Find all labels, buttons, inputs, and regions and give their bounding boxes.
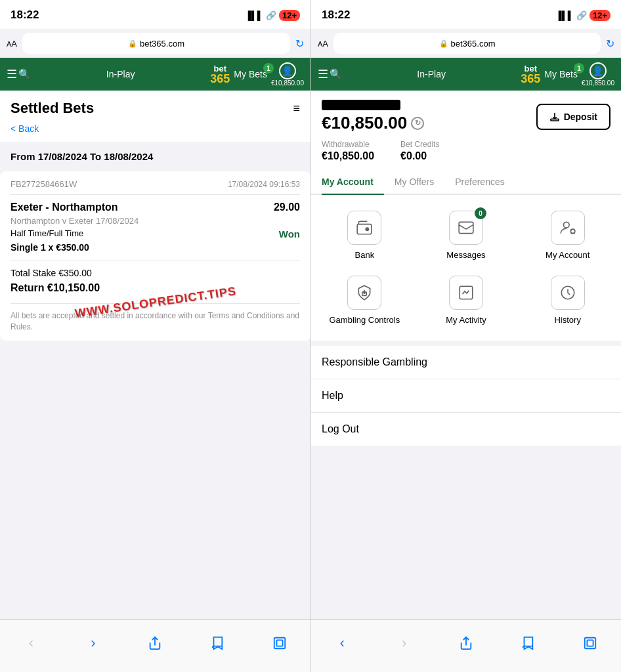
bet-match-row: Exeter - Northampton 29.00 [11, 201, 300, 213]
account-header: €10,850.00 ↻ Deposit Withdrawable €10,85… [311, 91, 621, 170]
hamburger-menu-right[interactable]: ☰ 🔍 [318, 67, 342, 81]
browser-bar-right: AA 🔒 bet365.com ↻ [311, 29, 621, 58]
bet-date: 17/08/2024 09:16:53 [228, 180, 300, 189]
logo-365-right: 365 [521, 73, 540, 85]
date-range: From 17/08/2024 To 18/08/2024 [0, 142, 310, 171]
bet-credits-label: Bet Credits [400, 140, 439, 149]
bet-type: Half Time/Full Time [11, 228, 83, 240]
person-gear-icon [559, 219, 576, 236]
notification-badge-left: 12+ [279, 10, 300, 21]
tab-my-offers[interactable]: My Offers [395, 170, 444, 194]
tab-my-account[interactable]: My Account [322, 170, 384, 194]
messages-icon-container: 0 [449, 211, 483, 245]
log-out-item[interactable]: Log Out [311, 413, 621, 446]
deposit-icon [549, 112, 560, 122]
status-icons-left: ▐▌▌ 🔗 12+ [245, 10, 300, 21]
inplay-link-left[interactable]: In-Play [35, 69, 206, 79]
bet-return: Return €10,150.00 [11, 282, 300, 294]
browser-url-bar-left[interactable]: 🔒 bet365.com [22, 33, 290, 54]
share-btn-right[interactable] [452, 629, 481, 658]
tab-preferences[interactable]: Preferences [455, 170, 515, 194]
refresh-button-right[interactable]: ↻ [606, 37, 614, 50]
activity-icon [458, 284, 475, 301]
history-icon-container [551, 276, 585, 310]
balance-refresh-icon[interactable]: ↻ [411, 117, 424, 130]
responsible-gambling-item[interactable]: Responsible Gambling [311, 346, 621, 379]
menu-item-gambling-controls[interactable]: Gambling Controls [316, 270, 413, 330]
back-button[interactable]: < Back [11, 123, 300, 142]
browser-aa-right: AA [318, 39, 328, 49]
svg-rect-2 [276, 640, 282, 646]
forward-nav-btn-right[interactable]: › [390, 629, 419, 658]
url-text-right: bet365.com [451, 39, 496, 49]
menu-item-messages[interactable]: 0 Messages [418, 205, 515, 265]
mybets-container-left[interactable]: My Bets 1 [234, 68, 267, 80]
masked-name [322, 100, 400, 110]
forward-nav-btn-left[interactable]: › [79, 629, 108, 658]
mybets-badge-right: 1 [574, 63, 584, 74]
aa-large: A [11, 39, 17, 49]
mybets-label-right: My Bets [544, 69, 578, 79]
bet-credits-amount: €0.00 [400, 150, 439, 162]
status-time-left: 18:22 [11, 9, 39, 22]
mybets-badge-left: 1 [263, 63, 274, 74]
bet-disclaimer: All bets are accepted and settled in acc… [11, 303, 300, 333]
logo-left: bet 365 [210, 64, 230, 85]
inplay-link-right[interactable]: In-Play [346, 69, 517, 79]
balance-left: €10,850.00 ↻ [322, 100, 424, 133]
help-item[interactable]: Help [311, 379, 621, 413]
bet-credits-item: Bet Credits €0.00 [400, 140, 439, 162]
options-icon[interactable]: ≡ [293, 102, 300, 116]
account-content: €10,850.00 ↻ Deposit Withdrawable €10,85… [311, 91, 621, 620]
menu-item-my-account[interactable]: My Account [519, 205, 616, 265]
messages-badge: 0 [475, 207, 486, 219]
svg-rect-14 [587, 640, 593, 646]
menu-item-bank[interactable]: Bank [316, 205, 413, 265]
browser-bar-left: AA 🔒 bet365.com ↻ [0, 29, 310, 58]
back-nav-btn-right[interactable]: ‹ [328, 629, 356, 658]
hamburger-menu-left[interactable]: ☰ 🔍 [7, 67, 31, 81]
bet-ref: FB2772584661W [11, 179, 77, 189]
bottom-nav-left: ‹ › [0, 620, 310, 672]
deposit-button[interactable]: Deposit [536, 104, 610, 130]
tabs-btn-left[interactable] [265, 629, 294, 658]
deposit-label: Deposit [564, 112, 597, 122]
share-btn-left[interactable] [140, 629, 169, 658]
signal-icon: ▐▌▌ [245, 10, 263, 20]
account-tabs: My Account My Offers Preferences [311, 170, 621, 195]
url-text-left: bet365.com [140, 39, 184, 49]
aa-large-right: A [322, 39, 328, 49]
bookmarks-btn-left[interactable] [203, 629, 232, 658]
bookmarks-icon-right [521, 636, 535, 650]
tabs-btn-right[interactable] [576, 629, 605, 658]
bookmarks-btn-right[interactable] [513, 629, 542, 658]
back-nav-btn-left[interactable]: ‹ [16, 629, 45, 658]
status-bar-right: 18:22 ▐▌▌ 🔗 12+ [311, 0, 621, 29]
mybets-container-right[interactable]: My Bets 1 [544, 68, 578, 80]
menu-item-history[interactable]: History [519, 270, 616, 330]
notification-badge-right: 12+ [589, 10, 610, 21]
account-nav-right[interactable]: 👤 €10,850.00 [582, 62, 614, 87]
my-account-icon-container [551, 211, 585, 245]
logo-365-left: 365 [210, 73, 230, 85]
logo-right: bet 365 [521, 64, 540, 85]
settled-bets-header: Settled Bets ≡ < Back [0, 91, 310, 142]
svg-rect-1 [274, 637, 285, 648]
lock-icon-left: 🔒 [128, 39, 137, 48]
wifi-icon: 🔗 [266, 10, 276, 20]
gambling-controls-icon-container [347, 276, 381, 310]
account-nav-left[interactable]: 👤 €10,850.00 [271, 62, 304, 87]
history-label: History [554, 315, 580, 325]
menu-icon-left: ☰ [7, 67, 17, 81]
account-icon-right: 👤 [589, 62, 607, 79]
title-row: Settled Bets ≡ [11, 100, 300, 117]
browser-url-bar-right[interactable]: 🔒 bet365.com [333, 33, 601, 54]
refresh-button-left[interactable]: ↻ [295, 37, 304, 50]
list-section: Responsible Gambling Help Log Out [311, 346, 621, 446]
bank-icon [347, 211, 381, 245]
menu-item-my-activity[interactable]: My Activity [418, 270, 515, 330]
logo-bet-right: bet [525, 64, 538, 73]
balance-row: €10,850.00 ↻ Deposit [322, 100, 610, 133]
account-amount-right: €10,850.00 [582, 79, 614, 87]
svg-point-7 [563, 222, 569, 228]
